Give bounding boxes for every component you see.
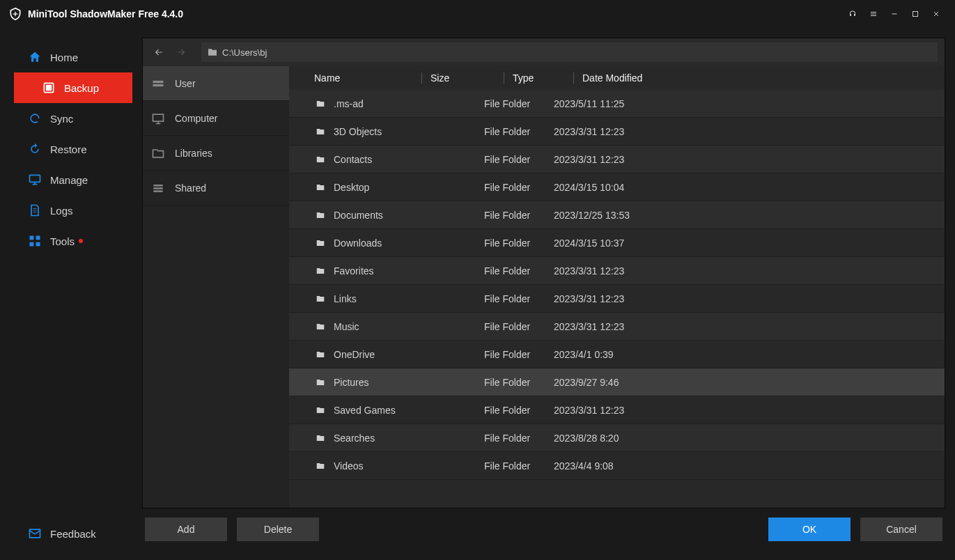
- source-panel: User Computer Libraries Shared: [143, 66, 289, 508]
- svg-rect-0: [892, 14, 897, 15]
- file-name: Saved Games: [334, 405, 396, 416]
- nav-back-button[interactable]: [150, 43, 168, 61]
- source-label: Shared: [175, 182, 206, 194]
- nav-label: Manage: [50, 174, 88, 186]
- nav-forward-button[interactable]: [172, 43, 190, 61]
- source-label: Libraries: [175, 148, 212, 159]
- file-date: 2023/3/31 12:23: [554, 405, 693, 416]
- file-name: Videos: [334, 460, 364, 472]
- svg-rect-4: [30, 175, 40, 182]
- file-row[interactable]: FavoritesFile Folder2023/3/31 12:23: [289, 257, 945, 285]
- file-name: Links: [334, 293, 357, 304]
- file-type: File Folder: [484, 210, 554, 221]
- file-row[interactable]: ContactsFile Folder2023/3/31 12:23: [289, 146, 945, 173]
- source-user[interactable]: User: [143, 66, 289, 101]
- file-row[interactable]: DocumentsFile Folder2023/12/25 13:53: [289, 201, 945, 229]
- svg-rect-11: [153, 114, 164, 121]
- file-date: 2024/3/15 10:04: [554, 182, 693, 193]
- cancel-button[interactable]: Cancel: [860, 518, 942, 541]
- file-name: Downloads: [334, 238, 382, 249]
- file-type: File Folder: [484, 182, 554, 193]
- file-date: 2023/9/27 9:46: [554, 377, 693, 388]
- close-button[interactable]: [926, 3, 947, 24]
- nav-manage[interactable]: Manage: [0, 164, 139, 195]
- file-name: Pictures: [334, 377, 369, 388]
- nav-logs[interactable]: Logs: [0, 195, 139, 226]
- titlebar: MiniTool ShadowMaker Free 4.4.0: [0, 0, 955, 28]
- titlebar-menu-icon[interactable]: [863, 3, 884, 24]
- nav-home[interactable]: Home: [0, 42, 139, 72]
- file-header: Name Size Type Date Modified: [289, 66, 945, 90]
- nav-backup[interactable]: Backup: [14, 72, 132, 103]
- sync-icon: [28, 111, 42, 125]
- file-list[interactable]: .ms-adFile Folder2023/5/11 11:253D Objec…: [289, 90, 945, 508]
- file-date: 2023/5/11 11:25: [554, 98, 693, 109]
- file-date: 2023/8/28 8:20: [554, 433, 693, 444]
- nav-label: Home: [50, 52, 78, 63]
- logs-icon: [28, 203, 42, 217]
- path-input[interactable]: C:\Users\bj: [201, 42, 938, 62]
- file-type: File Folder: [484, 433, 554, 444]
- file-name: OneDrive: [334, 349, 375, 360]
- file-type: File Folder: [484, 126, 554, 137]
- file-explorer: C:\Users\bj User Computer Libraries: [142, 38, 945, 508]
- col-date[interactable]: Date Modified: [573, 72, 678, 84]
- col-name[interactable]: Name: [314, 72, 421, 84]
- svg-rect-13: [153, 187, 162, 189]
- file-row[interactable]: .ms-adFile Folder2023/5/11 11:25: [289, 90, 945, 118]
- delete-button[interactable]: Delete: [237, 518, 319, 541]
- add-button[interactable]: Add: [145, 518, 227, 541]
- maximize-button[interactable]: [905, 3, 926, 24]
- file-row[interactable]: VideosFile Folder2023/4/4 9:08: [289, 452, 945, 480]
- file-row[interactable]: DownloadsFile Folder2024/3/15 10:37: [289, 229, 945, 257]
- svg-rect-8: [36, 242, 40, 247]
- file-type: File Folder: [484, 377, 554, 388]
- manage-icon: [28, 173, 42, 187]
- nav-restore[interactable]: Restore: [0, 134, 139, 164]
- file-date: 2023/3/31 12:23: [554, 265, 693, 277]
- backup-icon: [42, 81, 56, 95]
- source-computer[interactable]: Computer: [143, 101, 289, 136]
- tools-icon: [28, 234, 42, 248]
- nav-label: Tools: [50, 235, 75, 247]
- file-name: Contacts: [334, 154, 372, 165]
- file-panel: Name Size Type Date Modified .ms-adFile …: [289, 66, 945, 508]
- ok-button[interactable]: OK: [768, 518, 851, 541]
- file-row[interactable]: OneDriveFile Folder2023/4/1 0:39: [289, 341, 945, 368]
- file-name: Documents: [334, 210, 383, 221]
- file-date: 2023/4/1 0:39: [554, 349, 693, 360]
- file-row[interactable]: PicturesFile Folder2023/9/27 9:46: [289, 368, 945, 396]
- col-size[interactable]: Size: [421, 72, 504, 84]
- svg-rect-1: [913, 12, 918, 17]
- svg-rect-6: [36, 236, 40, 240]
- path-bar: C:\Users\bj: [143, 38, 945, 66]
- file-row[interactable]: SearchesFile Folder2023/8/28 8:20: [289, 424, 945, 452]
- shared-icon: [151, 181, 165, 195]
- svg-rect-10: [153, 84, 164, 86]
- nav-label: Backup: [64, 82, 99, 94]
- content-area: C:\Users\bj User Computer Libraries: [139, 28, 955, 560]
- computer-icon: [151, 111, 165, 125]
- home-icon: [28, 50, 42, 64]
- source-libraries[interactable]: Libraries: [143, 136, 289, 171]
- file-row[interactable]: 3D ObjectsFile Folder2023/3/31 12:23: [289, 118, 945, 146]
- svg-rect-12: [153, 185, 162, 187]
- col-type[interactable]: Type: [504, 72, 573, 84]
- nav-tools[interactable]: Tools: [0, 226, 139, 256]
- file-row[interactable]: MusicFile Folder2023/3/31 12:23: [289, 313, 945, 341]
- file-name: Searches: [334, 433, 375, 444]
- file-name: Music: [334, 321, 359, 332]
- feedback-button[interactable]: Feedback: [0, 518, 139, 549]
- file-type: File Folder: [484, 349, 554, 360]
- source-label: User: [175, 78, 196, 89]
- file-row[interactable]: Saved GamesFile Folder2023/3/31 12:23: [289, 396, 945, 424]
- action-bar: Add Delete OK Cancel: [142, 508, 945, 550]
- titlebar-headset-icon[interactable]: [842, 3, 863, 24]
- nav-sync[interactable]: Sync: [0, 103, 139, 134]
- file-type: File Folder: [484, 98, 554, 109]
- minimize-button[interactable]: [884, 3, 905, 24]
- file-row[interactable]: DesktopFile Folder2024/3/15 10:04: [289, 173, 945, 201]
- file-type: File Folder: [484, 238, 554, 249]
- file-row[interactable]: LinksFile Folder2023/3/31 12:23: [289, 285, 945, 313]
- source-shared[interactable]: Shared: [143, 171, 289, 205]
